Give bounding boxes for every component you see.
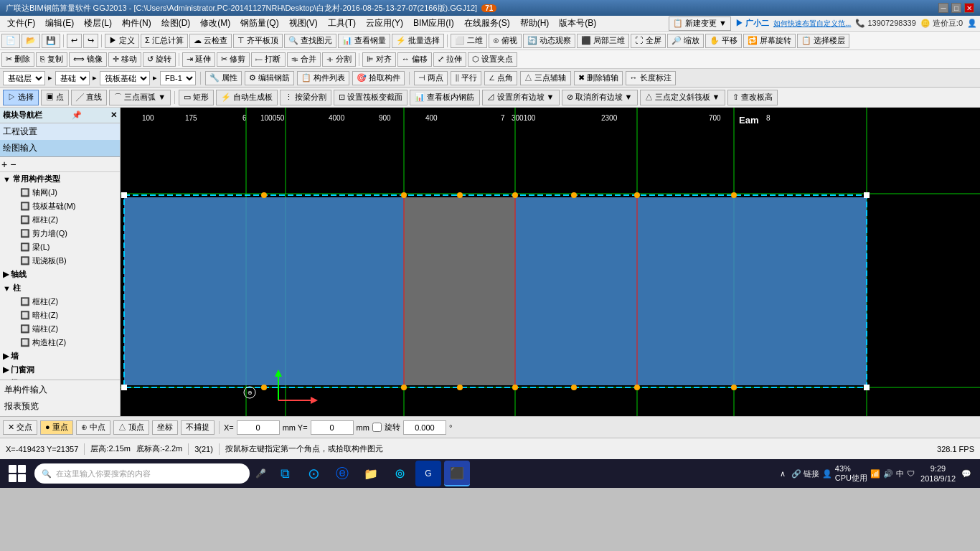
menu-element[interactable]: 构件(N) bbox=[118, 16, 156, 31]
tb-pan[interactable]: ✋ 平移 bbox=[705, 34, 742, 48]
tb-edit-rebar[interactable]: ⚙ 编辑钢筋 bbox=[245, 71, 294, 85]
tb-offset[interactable]: ↔ 偏移 bbox=[397, 52, 432, 67]
draw-set-edges[interactable]: ⊿ 设置所有边坡 ▼ bbox=[482, 90, 560, 105]
panel-pin[interactable]: 📌 bbox=[72, 110, 82, 120]
tb-cloud-check[interactable]: ☁ 云检查 bbox=[189, 34, 232, 48]
layer-type-select[interactable]: 基础 bbox=[55, 71, 90, 85]
menu-online[interactable]: 在线服务(S) bbox=[460, 16, 514, 31]
draw-line[interactable]: ╱ 直线 bbox=[71, 90, 107, 105]
tree-cast-slab[interactable]: 🔲现浇板(B) bbox=[9, 254, 120, 268]
taskbar-search[interactable]: 🔍 在这里输入你要搜索的内容 bbox=[34, 463, 250, 484]
new-change-btn[interactable]: 📋 新建变更 ▼ bbox=[669, 17, 731, 31]
tree-axis[interactable]: ▶ 轴线 bbox=[0, 268, 120, 281]
canvas-area[interactable]: 100 175 6 100050 4000 900 400 7 300100 2… bbox=[121, 108, 980, 416]
menu-cloud[interactable]: 云应用(Y) bbox=[362, 16, 407, 31]
tb-find[interactable]: 🔍 查找图元 bbox=[284, 34, 336, 48]
menu-version[interactable]: 版本号(B) bbox=[555, 16, 600, 31]
taskbar-app-folder[interactable]: 📁 bbox=[358, 461, 384, 486]
tb-length-mark[interactable]: ↔ 长度标注 bbox=[626, 71, 676, 85]
tb-redo[interactable]: ↪ bbox=[83, 34, 98, 48]
tree-end-col[interactable]: 🔲端柱(Z) bbox=[9, 322, 120, 336]
taskbar-app-ie[interactable]: ⓔ bbox=[329, 461, 355, 486]
draw-set-section[interactable]: ⊡ 设置筏板变截面 bbox=[334, 90, 407, 105]
tree-beam[interactable]: 🔲梁(L) bbox=[9, 240, 120, 254]
tree-hidden-col[interactable]: 🔲暗柱(Z) bbox=[9, 309, 120, 322]
draw-modify-height[interactable]: ⇧ 查改板高 bbox=[727, 90, 778, 105]
tb-angle-point[interactable]: ∠ 点角 bbox=[484, 71, 517, 85]
tb-open[interactable]: 📂 bbox=[22, 34, 40, 48]
tb-local-3d[interactable]: ⬛ 局部三维 bbox=[577, 34, 629, 48]
tb-del-aux[interactable]: ✖ 删除辅轴 bbox=[574, 71, 623, 85]
taskbar-app-gjd[interactable]: G bbox=[415, 461, 441, 486]
tree-expand-icon[interactable]: + bbox=[1, 159, 7, 170]
tree-columns[interactable]: ▼ 柱 bbox=[0, 281, 120, 295]
quickconfig-link[interactable]: 如何快速布置自定义范... bbox=[773, 19, 851, 29]
tb-split[interactable]: ⟛ 分割 bbox=[322, 52, 356, 67]
draw-point[interactable]: ▣ 点 bbox=[41, 90, 69, 105]
x-input[interactable] bbox=[237, 420, 280, 435]
menu-rebar-qty[interactable]: 钢筋量(Q) bbox=[236, 16, 283, 31]
tb-fullscreen[interactable]: ⛶ 全屏 bbox=[631, 34, 665, 48]
tree-raft-found[interactable]: 🔲筏板基础(M) bbox=[9, 199, 120, 213]
user-icon[interactable]: 👤 bbox=[967, 19, 977, 28]
microphone-icon[interactable]: 🎤 bbox=[253, 468, 269, 479]
draw-auto-board[interactable]: ⚡ 自动生成板 bbox=[216, 90, 278, 105]
tree-window[interactable]: ▶ 门窗洞 bbox=[0, 363, 120, 377]
element-select[interactable]: FB-1 bbox=[160, 71, 196, 85]
draw-def-slope[interactable]: △ 三点定义斜筏板 ▼ bbox=[640, 90, 725, 105]
tb-pick[interactable]: 🎯 拾取构件 bbox=[352, 71, 405, 85]
draw-arc[interactable]: ⌒ 三点画弧 ▼ bbox=[109, 90, 171, 105]
draw-rect[interactable]: ▭ 矩形 bbox=[179, 90, 214, 105]
menu-floor[interactable]: 楼层(L) bbox=[80, 16, 116, 31]
panel-single-element[interactable]: 单构件输入 bbox=[1, 382, 118, 398]
tree-struct-col[interactable]: 🔲构造柱(Z) bbox=[9, 336, 120, 349]
menu-bim[interactable]: BIM应用(I) bbox=[409, 16, 458, 31]
system-tray-expand[interactable]: ∧ bbox=[780, 469, 786, 479]
tb-element-list[interactable]: 📋 构件列表 bbox=[297, 71, 349, 85]
tree-frame-col[interactable]: 🔲框柱(Z) bbox=[9, 213, 120, 227]
tb-extend[interactable]: ⇥ 延伸 bbox=[182, 52, 215, 67]
tb-merge[interactable]: ⟚ 合并 bbox=[287, 52, 321, 67]
tb-zoom[interactable]: 🔎 缩放 bbox=[667, 34, 704, 48]
tb-level-top[interactable]: ⊤ 齐平板顶 bbox=[233, 34, 283, 48]
taskbar-app-active[interactable]: ⬛ bbox=[444, 461, 470, 486]
tb-dynamic[interactable]: 🔄 动态观察 bbox=[523, 34, 575, 48]
menu-modify[interactable]: 修改(M) bbox=[196, 16, 235, 31]
menu-tools[interactable]: 工具(T) bbox=[324, 16, 360, 31]
tb-mirror[interactable]: ⟺ 镜像 bbox=[69, 52, 107, 67]
menu-edit[interactable]: 编辑(E) bbox=[41, 16, 78, 31]
user-tray-icon[interactable]: 👤 bbox=[822, 469, 832, 479]
panel-draw[interactable]: 绘图输入 bbox=[0, 140, 120, 156]
taskbar-app-app3[interactable]: ⊚ bbox=[387, 461, 413, 486]
tb-copy[interactable]: ⎘ 复制 bbox=[36, 52, 67, 67]
tree-axis-grid[interactable]: 🔲轴网(J) bbox=[9, 186, 120, 199]
snap-mid[interactable]: ⊕ 中点 bbox=[76, 420, 110, 435]
tb-save[interactable]: 💾 bbox=[42, 34, 60, 48]
menu-file[interactable]: 文件(F) bbox=[3, 16, 39, 31]
snap-coord[interactable]: 坐标 bbox=[152, 420, 178, 435]
tb-view-rebar[interactable]: 📊 查看钢量 bbox=[338, 34, 390, 48]
tb-select-floor[interactable]: 📋 选择楼层 bbox=[797, 34, 849, 48]
menu-draw[interactable]: 绘图(D) bbox=[157, 16, 195, 31]
tb-delete[interactable]: ✂ 删除 bbox=[1, 52, 34, 67]
menu-help[interactable]: 帮助(H) bbox=[516, 16, 554, 31]
base-layer-select[interactable]: 基础层 bbox=[3, 71, 45, 85]
antivirus-icon[interactable]: 🛡 bbox=[907, 469, 915, 478]
draw-cancel-edges[interactable]: ⊘ 取消所有边坡 ▼ bbox=[562, 90, 638, 105]
title-controls[interactable]: ─ □ ✕ bbox=[938, 3, 974, 13]
panel-close[interactable]: ✕ bbox=[110, 110, 117, 120]
network-icon[interactable]: 📶 bbox=[870, 469, 880, 479]
taskbar-app-taskview[interactable]: ⧉ bbox=[272, 461, 298, 486]
tree-common[interactable]: ▼ 常用构件类型 bbox=[0, 172, 120, 186]
rotate-input[interactable] bbox=[403, 420, 446, 435]
draw-view-rebar[interactable]: 📊 查看板内钢筋 bbox=[410, 90, 479, 105]
tb-two-points[interactable]: ⊣ 两点 bbox=[414, 71, 448, 85]
tb-rotate[interactable]: ↺ 旋转 bbox=[143, 52, 176, 67]
tb-sigma[interactable]: Σ 汇总计算 bbox=[141, 34, 188, 48]
tb-screen-rotate[interactable]: 🔁 屏幕旋转 bbox=[743, 34, 796, 48]
tb-define[interactable]: ▶ 定义 bbox=[105, 34, 139, 48]
tb-break[interactable]: ⟝ 打断 bbox=[251, 52, 285, 67]
tree-shear-wall[interactable]: 🔲剪力墙(Q) bbox=[9, 227, 120, 240]
minimize-button[interactable]: ─ bbox=[938, 3, 948, 13]
draw-select[interactable]: ▷ 选择 bbox=[3, 90, 39, 105]
